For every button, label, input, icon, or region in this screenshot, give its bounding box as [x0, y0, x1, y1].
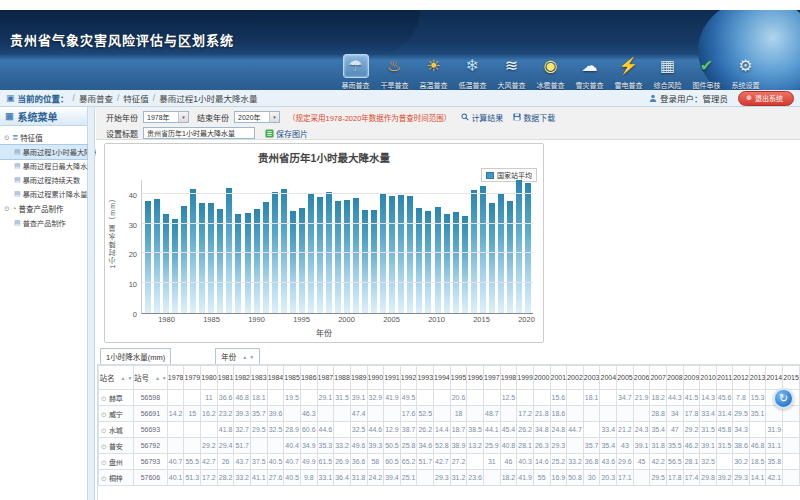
col-header-year[interactable]: 1985 — [284, 366, 301, 390]
col-header-year[interactable]: 2009 — [683, 366, 700, 390]
bar-2020[interactable] — [525, 183, 531, 313]
data-download-button[interactable]: 数据下载 — [513, 112, 555, 123]
bar-1989[interactable] — [245, 213, 251, 313]
col-header-year[interactable]: 1984 — [267, 366, 284, 390]
sidebar-splitter[interactable] — [88, 107, 95, 500]
calculate-button[interactable]: 计算结果 — [461, 112, 503, 123]
nav-high-temp-survey[interactable]: ☀高温普查 — [415, 54, 452, 90]
col-header-station[interactable]: 站名▲▼ — [99, 366, 134, 390]
bar-1994[interactable] — [290, 211, 296, 313]
bar-1983[interactable] — [190, 189, 196, 313]
bar-2018[interactable] — [507, 201, 513, 313]
col-header-year[interactable]: 2005 — [617, 366, 634, 390]
bar-2012[interactable] — [453, 212, 459, 313]
nav-composite-risk[interactable]: ▦综合风险 — [649, 54, 686, 90]
col-header-year[interactable]: 2008 — [667, 366, 684, 390]
col-header-year[interactable]: 1983 — [251, 366, 268, 390]
end-year-select[interactable]: 2020年 ▾ — [234, 111, 280, 123]
station-name-cell[interactable]: ⊙赫章 — [99, 390, 134, 406]
bar-2001[interactable] — [353, 198, 359, 313]
sidebar-item[interactable]: ▤普查产品制作 — [0, 216, 87, 230]
nav-snow-survey[interactable]: ☁雪灾普查 — [571, 54, 608, 90]
bar-1987[interactable] — [226, 188, 232, 313]
bar-1984[interactable] — [199, 203, 205, 313]
col-header-year[interactable]: 2003 — [583, 366, 600, 390]
col-header-year[interactable]: 2011 — [716, 366, 732, 390]
bar-1988[interactable] — [235, 214, 241, 313]
nav-rainstorm-survey[interactable]: ☂暴雨普查 — [337, 54, 374, 90]
bar-2019[interactable] — [516, 180, 522, 313]
nav-system-settings[interactable]: ⚙系统设置 — [727, 54, 764, 90]
sidebar-item[interactable]: ▤暴雨过程持续天数 — [0, 173, 87, 187]
metric-filter-chip[interactable]: 1小时降水量(mm) — [100, 348, 171, 365]
col-header-year[interactable]: 2000 — [533, 366, 550, 390]
sidebar-item[interactable]: ▤暴雨过程1小时最大降水量 — [0, 145, 87, 159]
col-header-year[interactable]: 1987 — [317, 366, 334, 390]
year-filter-chip[interactable]: 年份 ▲ ▼ — [215, 348, 260, 365]
breadcrumb-item[interactable]: 特征值 — [123, 92, 149, 104]
bar-2016[interactable] — [489, 203, 495, 313]
bar-1980[interactable] — [163, 214, 169, 313]
station-name-cell[interactable]: ⊙普安 — [99, 438, 134, 454]
tree-group-普查产品制作[interactable]: ⊙◔普查产品制作 — [0, 201, 87, 216]
bar-2003[interactable] — [371, 210, 377, 313]
bar-1978[interactable] — [145, 201, 151, 313]
col-header-year[interactable]: 1986 — [300, 366, 317, 390]
bar-2009[interactable] — [425, 211, 431, 313]
bar-2002[interactable] — [362, 210, 368, 313]
nav-drought-survey[interactable]: ♨干旱普查 — [376, 54, 413, 90]
bar-2017[interactable] — [498, 193, 504, 313]
col-header-year[interactable]: 2010 — [700, 366, 717, 390]
chart-title-input[interactable] — [143, 127, 255, 139]
col-header-year[interactable]: 1982 — [234, 366, 251, 390]
bar-1981[interactable] — [172, 219, 178, 313]
col-header-year[interactable]: 2002 — [567, 366, 584, 390]
bar-1993[interactable] — [281, 189, 287, 313]
bar-1997[interactable] — [317, 197, 323, 313]
col-header-year[interactable]: 1995 — [450, 366, 467, 390]
nav-low-temp-survey[interactable]: ❄低温普查 — [454, 54, 491, 90]
bar-2006[interactable] — [398, 195, 404, 313]
refresh-float-button[interactable]: ↻ — [773, 388, 794, 409]
col-header-year[interactable]: 1993 — [417, 366, 434, 390]
bar-2000[interactable] — [344, 200, 350, 313]
col-header-year[interactable]: 1996 — [467, 366, 484, 390]
start-year-select[interactable]: 1978年 ▾ — [143, 111, 189, 123]
col-header-year[interactable]: 1978 — [167, 366, 184, 390]
col-header-year[interactable]: 2013 — [749, 366, 766, 390]
col-header-year[interactable]: 1979 — [184, 366, 201, 390]
bar-2004[interactable] — [380, 194, 386, 313]
station-name-cell[interactable]: ⊙盘州 — [99, 454, 134, 470]
sidebar-item[interactable]: ▤暴雨过程累计降水量 — [0, 187, 87, 201]
tree-group-特征值[interactable]: ⊙≣特征值 — [0, 130, 87, 145]
col-header-year[interactable]: 1999 — [517, 366, 534, 390]
bar-1999[interactable] — [335, 201, 341, 313]
col-header-year[interactable]: 1998 — [500, 366, 517, 390]
col-header-year[interactable]: 2012 — [733, 366, 750, 390]
nav-hail-survey[interactable]: ◉冰雹普查 — [532, 54, 569, 90]
nav-wind-survey[interactable]: ≋大风普查 — [493, 54, 530, 90]
col-header-year[interactable]: 1989 — [350, 366, 367, 390]
col-header-year[interactable]: 2015 — [783, 366, 800, 390]
logout-button[interactable]: ⊗ 退出系统 — [738, 91, 794, 106]
bar-2005[interactable] — [389, 196, 395, 313]
breadcrumb-item[interactable]: 暴雨普查 — [79, 92, 113, 104]
col-header-year[interactable]: 1980 — [201, 366, 218, 390]
nav-map-review[interactable]: ✔图件审核 — [688, 54, 725, 90]
bar-1990[interactable] — [254, 209, 260, 313]
col-header-year[interactable]: 2014 — [766, 366, 783, 390]
col-header-year[interactable]: 1981 — [217, 366, 234, 390]
col-header-year[interactable]: 1991 — [384, 366, 401, 390]
col-header-year[interactable]: 1994 — [434, 366, 451, 390]
col-header-station-id[interactable]: 站号▲▼ — [133, 366, 167, 390]
col-header-year[interactable]: 1990 — [367, 366, 384, 390]
col-header-year[interactable]: 1992 — [400, 366, 417, 390]
sidebar-item[interactable]: ▤暴雨过程日最大降水量 — [0, 159, 87, 173]
col-header-year[interactable]: 2001 — [550, 366, 567, 390]
bar-2007[interactable] — [407, 196, 413, 313]
bar-1979[interactable] — [154, 199, 160, 313]
col-header-year[interactable]: 1988 — [334, 366, 351, 390]
col-header-year[interactable]: 2006 — [633, 366, 650, 390]
bar-2011[interactable] — [444, 214, 450, 313]
bar-1985[interactable] — [208, 203, 214, 313]
